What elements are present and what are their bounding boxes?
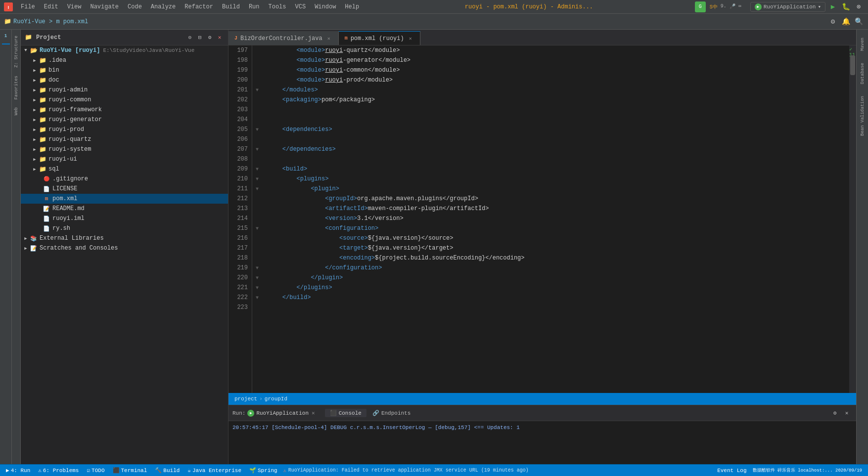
web-tab[interactable]: Web (14, 103, 19, 119)
collapse-all-btn[interactable]: ⊟ (195, 33, 204, 42)
debug-button[interactable]: 🐛 (840, 1, 851, 12)
tree-item-bin[interactable]: ▶ 📁 bin (21, 65, 228, 75)
menu-file[interactable]: File (17, 2, 39, 11)
panel-close-btn[interactable]: ✕ (841, 408, 852, 419)
code-content[interactable]: <module>ruoyi-quartz</module> <module>ru… (262, 45, 849, 393)
bottom-panel-header: Run: ▶ RuoYiApplication ✕ ⬛ Console 🔗 En… (228, 405, 856, 421)
bean-validation-strip-btn[interactable]: Bean Validation (860, 92, 865, 140)
favorites-tab[interactable]: Favorites (14, 72, 19, 104)
endpoints-tab[interactable]: 🔗 Endpoints (367, 409, 415, 417)
sidebar-settings-btn[interactable]: ⚙ (205, 33, 214, 42)
tree-item-pom[interactable]: m pom.xml (21, 194, 228, 204)
panel-settings-btn[interactable]: ⚙ (829, 408, 840, 419)
run-tab-close[interactable]: ✕ (312, 410, 315, 416)
run-status-btn[interactable]: ▶ 4: Run (4, 467, 32, 474)
build-btn[interactable]: 🔨 Build (153, 467, 182, 474)
menu-tools[interactable]: Tools (265, 2, 290, 11)
project-view-btn[interactable]: 1 (3, 32, 8, 41)
tree-item-generator[interactable]: ▶ 📁 ruoyi-generator (21, 115, 228, 125)
tree-item-prod[interactable]: ▶ 📁 ruoyi-prod (21, 125, 228, 134)
code-editor[interactable]: 197 198 199 200 201 202 203 204 205 206 … (228, 45, 856, 393)
breadcrumb-groupid[interactable]: groupId (265, 396, 287, 402)
ui-label: ruoyi-ui (48, 156, 77, 163)
tree-item-license[interactable]: 📄 LICENSE (21, 184, 228, 194)
coverage-button[interactable]: ⊗ (853, 1, 864, 12)
fold-209[interactable]: ▼ (252, 164, 262, 174)
pom-tab-icon: m (345, 36, 348, 41)
tree-item-ui[interactable]: ▶ 📁 ruoyi-ui (21, 154, 228, 164)
fold-198[interactable] (252, 55, 262, 65)
close-sidebar-btn[interactable]: ✕ (215, 33, 224, 42)
pom-xml-close[interactable]: ✕ (407, 35, 414, 42)
tree-item-external[interactable]: ▶ 📚 External Libraries (21, 233, 228, 243)
fold-199[interactable] (252, 65, 262, 75)
fold-197[interactable] (252, 45, 262, 55)
tree-item-admin[interactable]: ▶ 📁 ruoyi-admin (21, 85, 228, 95)
spring-btn[interactable]: 🌱 Spring (247, 467, 279, 474)
menu-navigate[interactable]: Navigate (86, 2, 123, 11)
tree-item-system[interactable]: ▶ 📁 ruoyi-system (21, 144, 228, 154)
fold-210[interactable]: ▼ (252, 174, 262, 184)
line-220: </plugin> (268, 273, 849, 283)
menu-run[interactable]: Run (245, 2, 264, 11)
biz-order-close[interactable]: ✕ (325, 35, 332, 42)
menu-refactor[interactable]: Refactor (181, 2, 217, 11)
terminal-btn[interactable]: ⬛ Terminal (111, 467, 149, 474)
fold-205[interactable]: ▼ (252, 125, 262, 134)
settings-icon[interactable]: ⚙ (827, 16, 838, 27)
fold-215[interactable]: ▼ (252, 223, 262, 233)
tree-root[interactable]: ▼ 📂 RuoYi-Vue [ruoyi] E:\StudyVideo\Java… (21, 45, 228, 55)
tree-item-common[interactable]: ▶ 📁 ruoyi-common (21, 95, 228, 105)
fold-201[interactable]: ▼ (252, 85, 262, 95)
tree-item-iml[interactable]: 📄 ruoyi.iml (21, 214, 228, 223)
fold-221[interactable]: ▼ (252, 283, 262, 293)
tree-item-scratches[interactable]: ▶ 📝 Scratches and Consoles (21, 243, 228, 253)
editor-scrollbar[interactable]: ✓ 11 (849, 45, 856, 393)
run-config-dropdown[interactable]: ▶ RuoYiApplication ▾ (750, 2, 825, 12)
tree-item-sql[interactable]: ▶ 📁 sql (21, 164, 228, 174)
fold-222[interactable]: ▼ (252, 293, 262, 303)
menu-build[interactable]: Build (218, 2, 244, 11)
line-200: <module>ruoyi-prod</module> (268, 75, 849, 85)
generator-icon: 📁 (39, 116, 46, 124)
tab-pom-xml[interactable]: m pom.xml (ruoyi) ✕ (339, 31, 420, 45)
menu-edit[interactable]: Edit (40, 2, 62, 11)
fold-200[interactable] (252, 75, 262, 85)
tree-item-readme[interactable]: 📝 README.md (21, 204, 228, 214)
structure-tab[interactable]: Z: Structure (14, 32, 19, 72)
menu-view[interactable]: View (63, 2, 86, 11)
menu-window[interactable]: Window (311, 2, 340, 11)
notifications-icon[interactable]: 🔔 (840, 16, 851, 27)
fold-211[interactable]: ▼ (252, 184, 262, 194)
quartz-arrow: ▶ (31, 137, 39, 142)
todo-btn[interactable]: ☑ TODO (85, 467, 106, 474)
menu-help[interactable]: Help (341, 2, 363, 11)
event-log-btn[interactable]: Event Log (715, 468, 748, 474)
menu-analyze[interactable]: Analyze (147, 2, 180, 11)
menu-vcs[interactable]: VCS (291, 2, 310, 11)
scroll-thumb[interactable] (850, 55, 855, 75)
main-layout: 1 Z: Structure Favorites Web 📁 Project ⊙… (0, 30, 868, 464)
run-button[interactable]: ▶ (827, 1, 838, 12)
tree-item-sh[interactable]: 📄 ry.sh (21, 223, 228, 233)
tree-item-quartz[interactable]: ▶ 📁 ruoyi-quartz (21, 134, 228, 144)
locate-file-btn[interactable]: ⊙ (185, 33, 194, 42)
console-tab[interactable]: ⬛ Console (325, 409, 366, 417)
line-214: <version>3.1</version> (268, 214, 849, 223)
problems-btn[interactable]: ⚠ 6: Problems (36, 467, 81, 474)
fold-219[interactable]: ▼ (252, 263, 262, 273)
fold-220[interactable]: ▼ (252, 273, 262, 283)
java-enterprise-btn[interactable]: ☕ Java Enterprise (185, 467, 243, 474)
breadcrumb-project[interactable]: project (234, 396, 257, 402)
tree-item-idea[interactable]: ▶ 📁 .idea (21, 55, 228, 65)
tree-item-framework[interactable]: ▶ 📁 ruoyi-framework (21, 105, 228, 115)
fold-207[interactable]: ▼ (252, 144, 262, 154)
tree-item-doc[interactable]: ▶ 📁 doc (21, 75, 228, 85)
maven-strip-btn[interactable]: Maven (860, 34, 865, 55)
tree-item-gitignore[interactable]: 🔴 .gitignore (21, 174, 228, 184)
menu-code[interactable]: Code (124, 2, 146, 11)
tab-biz-order[interactable]: J BizOrderController.java ✕ (228, 31, 339, 45)
common-icon: 📁 (39, 96, 46, 104)
search-everywhere-icon[interactable]: 🔍 (853, 16, 864, 27)
database-strip-btn[interactable]: Database (860, 59, 865, 88)
